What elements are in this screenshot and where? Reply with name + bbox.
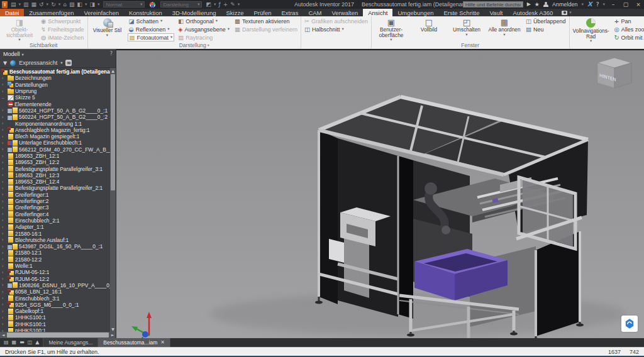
orthogonal-button[interactable]: Orthogonal — [177, 17, 231, 25]
sign-in-link[interactable]: Anmelden — [552, 1, 578, 8]
help-caret-icon[interactable]: ▾ — [602, 3, 605, 7]
browser-help-icon[interactable]: ? — [110, 52, 113, 57]
tree-item[interactable]: 189653_ZBH_12:2 — [0, 159, 110, 165]
tree-item[interactable]: Befestigungsplatte Parallelgreifer_2:1 — [0, 185, 110, 191]
object-visibility-button[interactable]: Objekt-sichtbarkeit — [2, 17, 37, 42]
tab-umgebungen[interactable]: Umgebungen — [392, 9, 438, 16]
tab-autodesk-a360[interactable]: Autodesk A360 — [508, 9, 558, 16]
qat-customize-caret-icon[interactable]: ▾ — [238, 3, 240, 7]
tree-item[interactable]: Einschubblech_2:1 — [0, 217, 110, 224]
tree-item[interactable]: Skizze 5 — [0, 94, 110, 101]
measure-caret-icon[interactable]: ▾ — [97, 3, 100, 7]
redo-icon[interactable]: ↻ — [51, 2, 56, 8]
freiheitsgrade-button[interactable]: Freiheitsgrade — [40, 25, 86, 33]
tree-item[interactable]: Greiferfinger:3 — [0, 204, 110, 211]
tree-item[interactable]: 1HHKS100:1 — [0, 314, 110, 321]
tree-item[interactable]: Komponentenanordnung 1:1 — [0, 120, 110, 126]
3d-viewport[interactable]: HINTEN — [116, 49, 644, 338]
express-view-caret-icon[interactable] — [60, 61, 62, 65]
grafiken-aufschneiden-button[interactable]: Grafiken aufschneiden — [303, 17, 369, 25]
schatten-button[interactable]: Schatten — [128, 17, 175, 25]
undo-icon[interactable]: ↺ — [39, 2, 44, 8]
tab-zusammenfuegen[interactable]: Zusammenfügen — [24, 9, 79, 16]
user-icon[interactable] — [543, 2, 548, 8]
expand-icon[interactable] — [2, 141, 6, 145]
tree-item[interactable]: RJUM-05-12:1 — [0, 269, 110, 275]
update-caret-icon[interactable]: ▾ — [85, 3, 87, 7]
color-wheel-icon[interactable] — [150, 2, 155, 8]
expand-icon[interactable] — [2, 128, 6, 132]
tree-item[interactable]: Adapter_1:1 — [0, 224, 110, 230]
new-file-caret-icon[interactable]: ▾ — [19, 3, 21, 7]
expand-icon[interactable] — [2, 147, 6, 151]
undo-caret-icon[interactable]: ▾ — [47, 3, 49, 7]
machine-3d-model[interactable] — [116, 50, 644, 338]
tree-item[interactable]: Bezeichnungen — [0, 75, 110, 81]
adjust-icon[interactable]: ◩ — [206, 2, 211, 8]
tree-item[interactable]: 1908266_DSNU_16_10_PPV_A____0_:1 — [0, 282, 110, 288]
tree-item[interactable]: Welle:1 — [0, 263, 110, 269]
tree-item[interactable]: RJUM-05-12:2 — [0, 276, 110, 282]
expand-icon[interactable] — [2, 108, 6, 113]
tree-item[interactable]: Greiferfinger:4 — [0, 211, 110, 217]
ausgangsebene-button[interactable]: Ausgangsebene — [177, 25, 231, 33]
tree-item[interactable]: Blech Magazin gespiegelt:1 — [0, 133, 110, 140]
exchange-apps-icon[interactable]: X — [587, 1, 592, 8]
restore-button[interactable]: ▢ — [621, 2, 630, 8]
tab-konstruktion[interactable]: Konstruktion — [124, 9, 167, 16]
plus-icon[interactable]: + — [223, 2, 228, 8]
cascade-windows-icon[interactable]: ▤ — [4, 340, 9, 345]
raytracing-button[interactable]: Raytracing — [177, 33, 231, 41]
expand-icon[interactable] — [2, 302, 6, 307]
tree-item[interactable]: 189653_ZBH_12:4 — [0, 178, 110, 185]
express-view-label[interactable]: Expressansicht — [19, 60, 57, 66]
tree-item[interactable]: pHHKS100:1 — [0, 327, 110, 332]
tree-item[interactable]: Greiferfinger:1 — [0, 192, 110, 198]
tab-skizze[interactable]: Skizze — [221, 9, 248, 16]
favorites-star-icon[interactable]: ★ — [535, 2, 540, 8]
measure-icon[interactable]: ◨ — [89, 2, 95, 8]
tab-vereinfachen[interactable]: Vereinfachen — [79, 9, 123, 16]
split-vertical-icon[interactable]: ◫ — [28, 340, 33, 345]
send-icon[interactable]: ▶ — [527, 2, 531, 7]
ueberlappend-button[interactable]: Überlappend — [525, 17, 567, 25]
halbschnitt-button[interactable]: Halbschnitt — [303, 25, 369, 33]
save-icon[interactable]: ▦ — [31, 2, 37, 8]
expand-icon[interactable] — [2, 167, 6, 171]
adjust-caret-icon[interactable]: ▾ — [214, 3, 216, 7]
expand-icon[interactable] — [2, 257, 6, 261]
collapse-tabs-icon[interactable]: ▲ — [35, 340, 39, 345]
expand-icon[interactable] — [2, 277, 6, 281]
expand-icon[interactable] — [2, 89, 6, 94]
tree-item[interactable]: Elementenende — [0, 101, 110, 107]
expand-icon[interactable] — [2, 96, 6, 100]
alle-anordnen-button[interactable]: Alle anordnen — [487, 17, 522, 42]
home-icon[interactable]: ⌂ — [63, 2, 67, 8]
tree-item[interactable]: Greiferfinger:2 — [0, 198, 110, 204]
minimize-button[interactable]: – — [609, 2, 618, 8]
expand-icon[interactable] — [2, 173, 6, 177]
tree-item[interactable]: 6058_LBN_12_16:1 — [0, 288, 110, 295]
material-combo[interactable]: Normal▾ — [103, 1, 145, 8]
vollnavigationsrad-button[interactable]: Vollnavigations-Rad — [572, 17, 611, 43]
expand-icon[interactable] — [2, 160, 6, 165]
alles-zoomen-button[interactable]: Alles zoomen — [613, 25, 644, 33]
tree-item[interactable]: 9254_SGS_M6____0_0_:1 — [0, 302, 110, 308]
orbit-button[interactable]: Orbit mit Abhängigkeiten — [613, 33, 644, 41]
tree-item[interactable]: Unterlage Einschubblech:1 — [0, 140, 110, 146]
vollbild-button[interactable]: Vollbild — [411, 17, 447, 42]
expand-icon[interactable] — [2, 180, 6, 184]
tab-extras[interactable]: Extras — [276, 9, 303, 16]
doc-tab-home[interactable]: Meine Ausgangs... — [43, 338, 98, 347]
expand-icon[interactable] — [2, 309, 6, 314]
tree-item[interactable]: Ursprung — [0, 88, 110, 94]
tree-item[interactable]: Blechrutsche Auslauf:1 — [0, 237, 110, 243]
screenshot-camera-icon[interactable]: ▾ — [558, 9, 575, 16]
expand-icon[interactable] — [2, 322, 6, 326]
redo-caret-icon[interactable]: ▾ — [58, 3, 61, 7]
expand-icon[interactable] — [2, 238, 6, 242]
open-icon[interactable]: ▥ — [23, 2, 29, 8]
sketch-doc-icon[interactable]: ▧ — [69, 2, 75, 8]
visueller-stil-button[interactable]: Visueller Stil — [90, 17, 125, 41]
tab-verwalten[interactable]: Verwalten — [327, 9, 364, 16]
